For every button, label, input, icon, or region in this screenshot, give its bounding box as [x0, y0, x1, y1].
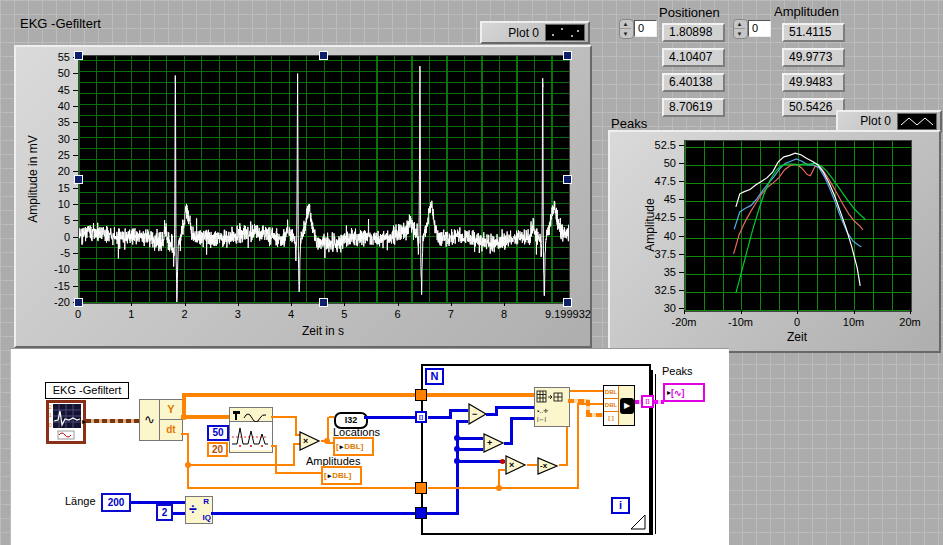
spinner-down-icon[interactable]: ▼: [620, 30, 631, 38]
y-tick-label: 32.5: [644, 284, 676, 296]
amplituden-index-field[interactable]: 0: [748, 20, 771, 37]
spinner-down-icon[interactable]: ▼: [734, 30, 745, 38]
tunnel-blue[interactable]: [415, 507, 427, 519]
tunnel-autoindex[interactable]: []: [415, 411, 427, 423]
tunnel-autoindex-out[interactable]: []: [641, 395, 654, 408]
dt-wire: [498, 469, 505, 471]
subtract-node[interactable]: −: [468, 403, 488, 429]
x-tick-label: 5: [314, 308, 374, 320]
y-tick-label: 52.5: [644, 139, 676, 151]
x-tick-label: 6: [368, 308, 428, 320]
multiply-node[interactable]: ×: [299, 431, 321, 455]
x-tick-mark: [398, 302, 399, 306]
amplitudes-array-indicator[interactable]: [▸DBL]: [321, 466, 362, 485]
x-tick-label: 0: [48, 308, 108, 320]
tunnel-orange[interactable]: [415, 389, 427, 401]
x-tick-label: -20m: [654, 316, 714, 328]
x-tick-mark: [344, 302, 345, 306]
spinner-up-icon[interactable]: ▲: [620, 20, 631, 29]
x-tick-mark: [741, 310, 742, 314]
add-node[interactable]: +: [483, 433, 505, 457]
peaks-plot-legend[interactable]: Plot 0: [836, 110, 942, 132]
peaks-legend-line-icon[interactable]: [897, 113, 937, 130]
x-tick-label: 0: [767, 316, 827, 328]
y-tick-mark: [73, 237, 78, 238]
spinner-up-icon[interactable]: ▲: [734, 20, 745, 29]
resize-handle[interactable]: [563, 51, 572, 60]
y-tick-mark: [679, 145, 684, 146]
ekg-legend-dots-icon[interactable]: [545, 24, 585, 41]
x-tick-mark: [238, 302, 239, 306]
ekg-waveform-terminal[interactable]: 2 1 0 ▸: [46, 400, 86, 444]
x-tick-label: -10m: [711, 316, 771, 328]
y-tick-label: 20: [38, 165, 70, 177]
y-tick-mark: [73, 188, 78, 189]
amplitudes-wire: [275, 472, 321, 474]
negate-node[interactable]: -x: [537, 457, 559, 479]
svg-text:|↔|: |↔|: [537, 416, 547, 422]
y-tick-mark: [73, 204, 78, 205]
loop-stack-shadow: [655, 374, 656, 534]
resize-handle[interactable]: [319, 51, 328, 60]
dt-wire: [577, 403, 603, 405]
resize-handle[interactable]: [319, 298, 328, 307]
positionen-index-spinner[interactable]: ▲ ▼: [619, 19, 634, 39]
get-waveform-components-node[interactable]: ∿ Y dt: [139, 399, 183, 441]
wire: [449, 409, 468, 412]
wire: [459, 437, 483, 440]
amplituden-index-spinner[interactable]: ▲ ▼: [733, 19, 748, 39]
peaks-plot-area[interactable]: [684, 140, 912, 312]
positionen-label: Positionen: [659, 5, 720, 20]
x-tick-mark: [910, 310, 911, 314]
threshold-constant[interactable]: 20: [207, 442, 228, 457]
y-output-label: Y: [160, 400, 182, 420]
peak-detector-node[interactable]: [229, 407, 273, 453]
positionen-value: 4.10407: [662, 48, 725, 67]
divide-glyph: ÷: [189, 501, 197, 517]
loop-count-terminal[interactable]: N: [425, 368, 444, 385]
resize-handle[interactable]: [74, 51, 83, 60]
ekg-plot-area[interactable]: [78, 55, 570, 304]
resize-handle[interactable]: [563, 298, 572, 307]
wire-junction: [324, 438, 330, 444]
y-tick-mark: [679, 181, 684, 182]
laenge-constant[interactable]: 200: [101, 493, 131, 512]
negate-glyph: -x: [540, 461, 547, 470]
x-tick-label: 20m: [880, 316, 940, 328]
amplituden-value: 49.9773: [782, 48, 845, 67]
quotient-remainder-node[interactable]: ÷ R IQ: [185, 496, 213, 524]
y-tick-mark: [679, 199, 684, 200]
divisor-constant[interactable]: 2: [156, 504, 173, 521]
int-wire: [173, 512, 185, 515]
y-tick-label: 35: [644, 266, 676, 278]
resize-handle[interactable]: [74, 298, 83, 307]
block-diagram: EKG -Gefiltert 2 1 0 ▸ ∿ Y dt: [10, 348, 729, 545]
array-subset-node[interactable]: ▪‥✛ |↔|: [534, 387, 570, 427]
width-constant[interactable]: 50: [207, 425, 229, 441]
bundle-node[interactable]: DBL DBL [ ] ▶: [603, 385, 635, 426]
amplituden-value: 49.9483: [782, 73, 845, 92]
locations-array-indicator[interactable]: [▸DBL]: [333, 437, 374, 456]
x-tick-mark: [854, 310, 855, 314]
peaks-legend-label: Plot 0: [860, 114, 891, 128]
x-tick-mark: [291, 302, 292, 306]
peaks-terminal-label: Peaks: [662, 365, 693, 377]
x-tick-mark: [131, 302, 132, 306]
loop-iteration-terminal[interactable]: i: [611, 497, 630, 514]
multiply-node-2[interactable]: ×: [505, 455, 527, 479]
peaks-waveform-icon: [230, 422, 270, 450]
y-tick-mark: [73, 253, 78, 254]
x-tick-label: 1: [101, 308, 161, 320]
tunnel-orange[interactable]: [415, 482, 427, 494]
positionen-index-field[interactable]: 0: [634, 20, 657, 37]
wire: [459, 460, 505, 463]
dt-wire: [498, 469, 500, 489]
ekg-waveform: [79, 56, 569, 303]
resize-handle[interactable]: [74, 175, 83, 184]
ekg-plot-legend[interactable]: Plot 0: [480, 21, 590, 44]
x-tick-mark: [185, 302, 186, 306]
peaks-indicator-terminal[interactable]: ▸ [∿]: [663, 383, 705, 402]
x-tick-mark: [451, 302, 452, 306]
resize-handle[interactable]: [563, 175, 572, 184]
y-tick-mark: [679, 308, 684, 309]
